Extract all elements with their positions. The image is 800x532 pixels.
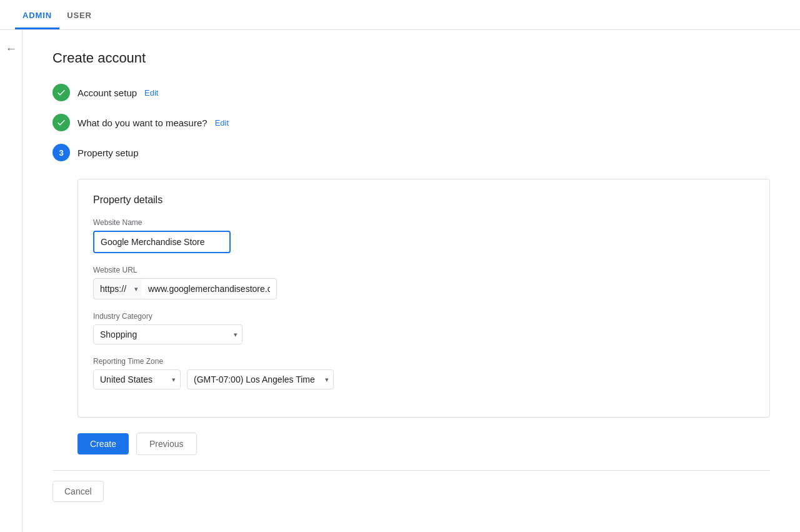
time-zone-row: United States United Kingdom Canada Aust… [93, 369, 754, 389]
step-3-label: Property setup [78, 148, 139, 158]
website-url-group: Website URL https:// http:// [93, 266, 754, 299]
steps-container: Account setup Edit What do you want to m… [52, 84, 770, 418]
page-title: Create account [52, 50, 770, 66]
industry-select[interactable]: Shopping Arts and Entertainment Autos an… [93, 324, 242, 344]
action-buttons: Create Previous [78, 433, 770, 455]
industry-dropdown-wrapper: Shopping Arts and Entertainment Autos an… [93, 324, 242, 344]
industry-category-label: Industry Category [93, 312, 754, 321]
timezone-label: Reporting Time Zone [93, 357, 754, 366]
timezone-select[interactable]: (GMT-07:00) Los Angeles Time (GMT-08:00)… [187, 369, 334, 389]
cancel-button[interactable]: Cancel [52, 481, 104, 502]
step-2-label: What do you want to measure? [78, 118, 208, 128]
country-select[interactable]: United States United Kingdom Canada Aust… [93, 369, 181, 389]
step-row-account-setup: Account setup Edit [52, 84, 770, 101]
industry-category-group: Industry Category Shopping Arts and Ente… [93, 312, 754, 344]
url-protocol-wrapper: https:// http:// [93, 278, 142, 299]
step-1-label: Account setup [78, 88, 137, 98]
website-url-label: Website URL [93, 266, 754, 274]
property-details-card: Property details Website Name Website UR… [78, 179, 770, 418]
step-2-icon [52, 114, 70, 131]
step-row-property-setup: 3 Property setup [52, 144, 770, 161]
timezone-dropdown-wrapper: (GMT-07:00) Los Angeles Time (GMT-08:00)… [187, 369, 334, 389]
tab-user[interactable]: USER [59, 11, 99, 29]
sidebar: ← [0, 30, 22, 532]
step-1-edit[interactable]: Edit [144, 88, 158, 98]
previous-button[interactable]: Previous [136, 433, 196, 455]
url-input[interactable] [142, 278, 277, 299]
top-nav: ADMIN USER [0, 0, 800, 30]
card-title: Property details [93, 194, 754, 206]
step-row-measure: What do you want to measure? Edit [52, 114, 770, 131]
step-1-icon [52, 84, 70, 101]
step-2-edit[interactable]: Edit [215, 118, 229, 128]
tab-admin[interactable]: ADMIN [15, 11, 59, 29]
cancel-section: Cancel [52, 470, 770, 502]
timezone-group: Reporting Time Zone United States United… [93, 357, 754, 389]
create-button[interactable]: Create [78, 433, 129, 454]
sidebar-collapse-button[interactable]: ← [2, 40, 20, 58]
url-protocol-select[interactable]: https:// http:// [93, 278, 142, 299]
website-name-label: Website Name [93, 218, 754, 227]
page-layout: ← Create account Account setup Edit [0, 30, 800, 532]
step-3-icon: 3 [52, 144, 70, 161]
website-name-input[interactable] [93, 231, 231, 253]
url-row: https:// http:// [93, 278, 754, 299]
main-content: Create account Account setup Edit [22, 30, 800, 532]
country-dropdown-wrapper: United States United Kingdom Canada Aust… [93, 369, 181, 389]
website-name-group: Website Name [93, 218, 754, 253]
